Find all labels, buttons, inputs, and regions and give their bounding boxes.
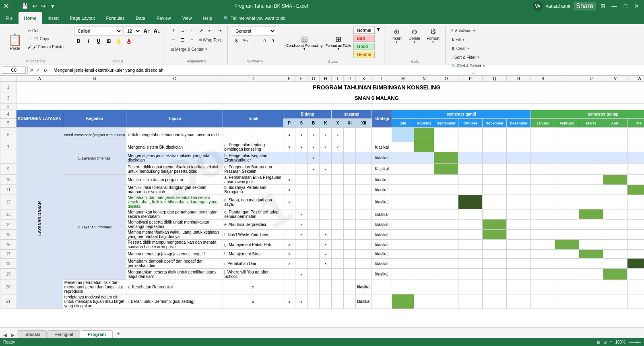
- r21-april[interactable]: [579, 294, 603, 309]
- r15-maret[interactable]: [579, 230, 603, 240]
- r8-s[interactable]: [295, 152, 308, 164]
- r17-s[interactable]: [295, 250, 308, 259]
- na-januari[interactable]: [531, 128, 555, 142]
- r16-oktober[interactable]: [458, 240, 483, 250]
- r17-xi[interactable]: [344, 250, 356, 259]
- r8-xi[interactable]: [344, 152, 356, 164]
- row11-tujuan[interactable]: Memiliki rasa toleransi dilingkungan sek…: [126, 185, 223, 195]
- r12-februari[interactable]: [555, 195, 579, 209]
- indent-inc-button[interactable]: ⇥: [215, 27, 224, 35]
- sheet-tab-tabulasi[interactable]: Tabulasi: [17, 330, 47, 338]
- minimize-button[interactable]: —: [610, 2, 618, 10]
- r20-juni[interactable]: [627, 280, 644, 294]
- row21-topik[interactable]: l. Berani untuk Bermimpi goal setting): [126, 294, 223, 309]
- col-header-c[interactable]: C: [126, 76, 223, 82]
- r14-xi[interactable]: [344, 220, 356, 230]
- r7-desember[interactable]: [507, 142, 531, 152]
- r17-p[interactable]: x: [283, 250, 295, 259]
- r13-nopember[interactable]: [483, 209, 507, 220]
- r20-p[interactable]: x: [223, 280, 283, 294]
- row8-tujuan[interactable]: Mengenal jenis-jensi ekstrakurikuler yan…: [126, 152, 223, 164]
- r13-b[interactable]: [308, 209, 320, 220]
- format-painter-button[interactable]: 🖌 🖌 Format Painter: [26, 43, 66, 51]
- normal-view-button[interactable]: ⊟: [603, 340, 607, 344]
- r12-april[interactable]: [603, 195, 627, 209]
- underline-button[interactable]: U: [94, 37, 103, 46]
- row11-topik[interactable]: b. Indahnya Perbedaan Beragama: [223, 185, 283, 195]
- r10-x[interactable]: [332, 175, 344, 185]
- r12-x[interactable]: [332, 195, 344, 209]
- r13-strategi[interactable]: klasikal: [372, 209, 392, 220]
- r20-agustus[interactable]: [392, 280, 414, 294]
- r8-mei[interactable]: [627, 152, 644, 164]
- col-header-g[interactable]: G: [308, 76, 320, 82]
- r15-desember[interactable]: [507, 230, 531, 240]
- format-cells-button[interactable]: ⚙ Format ▼: [424, 27, 442, 44]
- style-good-button[interactable]: Good: [353, 43, 375, 50]
- align-middle-button[interactable]: ≡: [178, 27, 187, 35]
- r13-xii[interactable]: [356, 209, 372, 220]
- col-header-w[interactable]: W: [627, 76, 644, 82]
- komponen-cell-layanan-dasar[interactable]: LAYANAN DASAR: [17, 128, 63, 309]
- font-color-button[interactable]: A̲: [124, 37, 133, 46]
- r15-xii[interactable]: [356, 230, 372, 240]
- r18-xii[interactable]: [356, 259, 372, 269]
- col-header-i[interactable]: I: [332, 76, 344, 82]
- r8-oktober[interactable]: [458, 152, 483, 164]
- row10-tujuan[interactable]: Memiliki etika dalam pergaulan: [126, 175, 223, 185]
- row18-topik[interactable]: i. Pernikahan Dini: [223, 259, 283, 269]
- r13-april[interactable]: [603, 209, 627, 220]
- r8-februari[interactable]: [555, 152, 579, 164]
- r16-juli[interactable]: [392, 240, 414, 250]
- r19-agustus[interactable]: [414, 269, 434, 280]
- r11-februari[interactable]: [555, 185, 579, 195]
- r8-strategi[interactable]: klasikal: [372, 152, 392, 164]
- r14-mei[interactable]: [627, 220, 644, 230]
- r11-agustus[interactable]: [414, 185, 434, 195]
- align-right-button[interactable]: ≡: [188, 36, 196, 44]
- r20-januari[interactable]: [507, 280, 531, 294]
- r15-september[interactable]: [434, 230, 458, 240]
- r15-b[interactable]: [308, 230, 320, 240]
- r16-januari[interactable]: [531, 240, 555, 250]
- r16-nopember[interactable]: [483, 240, 507, 250]
- r12-januari[interactable]: [531, 195, 555, 209]
- col-header-d[interactable]: D: [223, 76, 283, 82]
- row17-tujuan[interactable]: Mampu menata gejala-gejala emosi negatif: [126, 250, 223, 259]
- r21-nopember[interactable]: [458, 294, 483, 309]
- r15-strategi[interactable]: klasikal: [372, 230, 392, 240]
- r20-xi[interactable]: [332, 280, 344, 294]
- r19-februari[interactable]: [555, 269, 579, 280]
- r17-maret[interactable]: [579, 250, 603, 259]
- r16-s[interactable]: [295, 240, 308, 250]
- r17-nopember[interactable]: [483, 250, 507, 259]
- fill-color-button[interactable]: A̲: [114, 37, 123, 46]
- r7-nopember[interactable]: [483, 142, 507, 152]
- r15-nopember[interactable]: [483, 230, 507, 240]
- row8-topik[interactable]: b. Pengenalan Kegiatan Ekstrakurikuler: [223, 152, 283, 164]
- col-header-s[interactable]: S: [531, 76, 555, 82]
- r11-x[interactable]: [332, 185, 344, 195]
- r16-september[interactable]: [434, 240, 458, 250]
- col-header-l[interactable]: L: [372, 76, 392, 82]
- r21-k[interactable]: [308, 294, 320, 309]
- r11-b[interactable]: [308, 185, 320, 195]
- r17-desember[interactable]: [507, 250, 531, 259]
- row19-tujuan[interactable]: Mengarahkan peserta didik untuk pemiliha…: [126, 269, 223, 280]
- r7-p[interactable]: x: [283, 142, 295, 152]
- r7-mei[interactable]: [627, 142, 644, 152]
- r7-juli[interactable]: [392, 142, 414, 152]
- tab-insert[interactable]: Insert: [42, 12, 64, 24]
- orientasi-kegiatan[interactable]: 1. Layanan Orientasi: [63, 142, 126, 175]
- r12-desember[interactable]: [507, 195, 531, 209]
- spreadsheet-area[interactable]: A B C D E F G H I J K L M N O P Q R S: [0, 76, 644, 327]
- r13-p[interactable]: [283, 209, 295, 220]
- row16-tujuan[interactable]: Peserta didik mampu mengendalikan dan me…: [126, 240, 223, 250]
- r11-k[interactable]: [320, 185, 332, 195]
- r21-s[interactable]: x: [283, 294, 295, 309]
- r20-oktober[interactable]: [434, 280, 458, 294]
- r15-april[interactable]: [603, 230, 627, 240]
- col-header-n[interactable]: N: [414, 76, 434, 82]
- r21-oktober[interactable]: [434, 294, 458, 309]
- r18-b[interactable]: [308, 259, 320, 269]
